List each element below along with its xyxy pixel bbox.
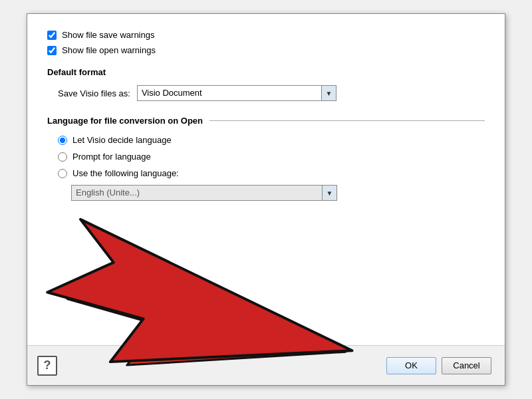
save-as-label: Save Visio files as: xyxy=(58,88,130,98)
section-divider-line xyxy=(209,120,485,121)
cancel-button[interactable]: Cancel xyxy=(442,357,491,374)
language-dropdown[interactable]: English (Unite...) ▼ xyxy=(71,185,337,201)
show-save-warnings-label: Show file save warnings xyxy=(62,30,154,40)
ok-button[interactable]: OK xyxy=(386,357,436,374)
show-save-warnings-row: Show file save warnings xyxy=(47,27,485,40)
save-as-value: Visio Document xyxy=(138,86,321,100)
language-section-header: Language for file conversion on Open xyxy=(47,116,485,126)
show-save-warnings-checkbox[interactable] xyxy=(47,31,57,40)
radio-use-following-label[interactable]: Use the following language: xyxy=(72,168,179,178)
options-dialog: Show file save warnings Show file open w… xyxy=(27,13,505,386)
language-dropdown-arrow[interactable]: ▼ xyxy=(322,186,336,200)
default-format-title: Default format xyxy=(47,67,485,77)
radio-use-following-row: Use the following language: xyxy=(58,168,485,178)
radio-let-visio[interactable] xyxy=(58,136,67,145)
language-section-title: Language for file conversion on Open xyxy=(47,116,203,126)
show-open-warnings-row: Show file open warnings xyxy=(47,45,485,55)
radio-prompt[interactable] xyxy=(58,152,67,162)
dialog-footer: ? OK Cancel xyxy=(27,345,505,385)
dialog-content: Show file save warnings Show file open w… xyxy=(27,14,505,345)
radio-use-following[interactable] xyxy=(58,169,67,178)
save-as-dropdown-arrow[interactable]: ▼ xyxy=(321,86,336,100)
radio-prompt-label[interactable]: Prompt for language xyxy=(72,152,151,162)
radio-let-visio-label[interactable]: Let Visio decide language xyxy=(72,135,172,145)
radio-prompt-row: Prompt for language xyxy=(58,152,485,162)
language-dropdown-value: English (Unite...) xyxy=(72,186,322,200)
show-open-warnings-checkbox[interactable] xyxy=(47,46,57,55)
save-as-row: Save Visio files as: Visio Document ▼ xyxy=(58,85,485,101)
help-button[interactable]: ? xyxy=(37,356,57,376)
save-as-dropdown[interactable]: Visio Document ▼ xyxy=(137,85,336,101)
language-dropdown-container: English (Unite...) ▼ xyxy=(71,185,485,201)
show-open-warnings-label[interactable]: Show file open warnings xyxy=(62,45,156,55)
radio-let-visio-row: Let Visio decide language xyxy=(58,135,485,145)
